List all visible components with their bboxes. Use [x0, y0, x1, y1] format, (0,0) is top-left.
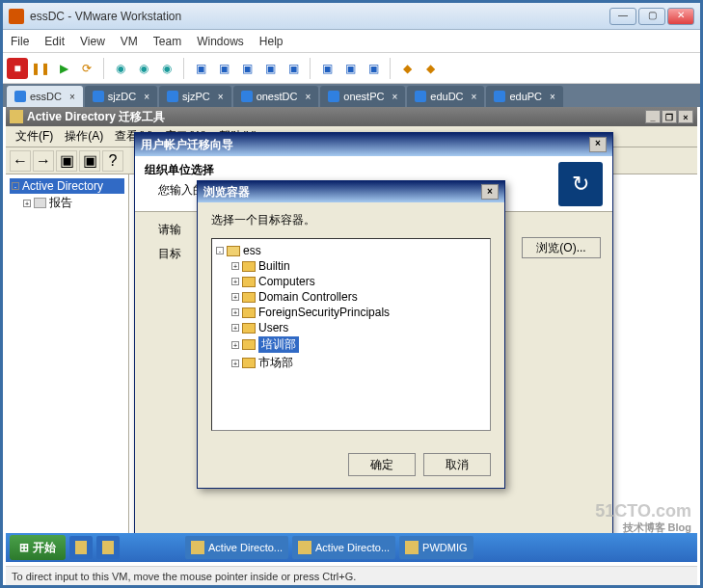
expand-icon[interactable]: + [231, 262, 239, 270]
taskbar-item-pwdmig[interactable]: PWDMIG [399, 536, 473, 559]
vmware-app-icon [9, 9, 24, 24]
tree-node-builtin[interactable]: +Builtin [216, 258, 486, 274]
expand-icon[interactable]: + [231, 324, 239, 332]
vm-tab-bar: essDC× sjzDC× sjzPC× onestDC× onestPC× e… [3, 84, 700, 107]
ad-tool-icon-2[interactable]: ▣ [79, 150, 100, 172]
tree-node-fsp[interactable]: +ForeignSecurityPrincipals [216, 305, 486, 320]
vm-tab-sjzpc[interactable]: sjzPC× [159, 86, 231, 107]
folder-icon [242, 307, 256, 318]
collapse-icon[interactable]: - [12, 182, 19, 190]
folder-icon [242, 292, 256, 303]
minimize-button[interactable]: — [609, 8, 636, 25]
quicklaunch-item[interactable] [69, 536, 93, 559]
fullscreen-icon[interactable]: ▣ [316, 58, 338, 79]
vmware-statusbar: To direct input to this VM, move the mou… [6, 566, 697, 585]
maximize-button[interactable]: ▢ [638, 8, 665, 25]
play-vm-icon[interactable]: ▶ [53, 58, 74, 79]
domain-icon [227, 246, 240, 256]
tab-close-icon[interactable]: × [144, 92, 149, 102]
tab-close-icon[interactable]: × [305, 92, 311, 102]
view-icon-2[interactable]: ▣ [213, 58, 234, 79]
ad-close-button[interactable]: × [678, 110, 693, 123]
browser-tree[interactable]: - ess +Builtin +Computers +Domain Contro… [211, 238, 491, 431]
ad-help-icon[interactable]: ? [102, 150, 123, 172]
vm-tab-essdc[interactable]: essDC× [7, 86, 83, 107]
ad-forward-icon[interactable]: → [33, 150, 54, 172]
ad-maximize-button[interactable]: ❐ [662, 110, 677, 123]
view-icon-3[interactable]: ▣ [236, 58, 257, 79]
stop-vm-icon[interactable]: ■ [7, 58, 28, 79]
start-button[interactable]: ⊞ 开始 [10, 535, 66, 560]
ad-minimize-button[interactable]: _ [645, 110, 661, 123]
view-icon-5[interactable]: ▣ [283, 58, 304, 79]
ad-tree-root[interactable]: - Active Directory [10, 178, 124, 194]
menu-file[interactable]: File [11, 35, 29, 48]
task-icon [405, 541, 419, 554]
browser-close-button[interactable]: × [481, 184, 499, 200]
vmware-menubar: File Edit View VM Team Windows Help [3, 30, 700, 53]
tree-node-dc[interactable]: +Domain Controllers [216, 289, 486, 305]
tab-close-icon[interactable]: × [218, 92, 224, 102]
tab-close-icon[interactable]: × [550, 92, 555, 102]
pause-vm-icon[interactable]: ❚❚ [30, 58, 51, 79]
tree-node-marketing[interactable]: +市场部 [216, 354, 486, 372]
quickswitch-icon[interactable]: ▣ [363, 58, 384, 79]
revert-icon[interactable]: ◉ [133, 58, 154, 79]
misc-icon-2[interactable]: ◆ [419, 58, 441, 79]
expand-icon[interactable]: + [231, 278, 239, 285]
ad-menu-file[interactable]: 文件(F) [12, 128, 57, 145]
vm-tab-edudc[interactable]: eduDC× [407, 86, 484, 107]
tree-node-label-selected: 培训部 [258, 336, 299, 353]
tree-node-users[interactable]: +Users [216, 320, 486, 335]
browser-buttons: 确定 取消 [348, 453, 491, 476]
expand-icon[interactable]: + [231, 308, 239, 316]
tab-close-icon[interactable]: × [392, 92, 397, 102]
wizard-banner-icon: ↻ [558, 162, 603, 206]
vm-tab-edupc[interactable]: eduPC× [486, 86, 562, 107]
expand-icon[interactable]: + [231, 293, 239, 301]
expand-icon[interactable]: + [23, 200, 31, 207]
vmware-title: essDC - VMware Workstation [30, 10, 604, 23]
quicklaunch-item[interactable] [96, 536, 120, 559]
tab-close-icon[interactable]: × [472, 92, 477, 102]
manage-snapshot-icon[interactable]: ◉ [156, 58, 177, 79]
vm-tab-sjzdc[interactable]: sjzDC× [85, 86, 157, 107]
taskbar-item-ad1[interactable]: Active Directo... [185, 536, 288, 559]
collapse-icon[interactable]: - [216, 247, 224, 254]
menu-edit[interactable]: Edit [44, 35, 65, 48]
expand-icon[interactable]: + [231, 341, 239, 349]
reset-vm-icon[interactable]: ⟳ [76, 58, 97, 79]
ou-icon [242, 339, 256, 350]
unity-icon[interactable]: ▣ [339, 58, 361, 79]
task-label: PWDMIG [422, 542, 467, 553]
tree-root-ess[interactable]: - ess [216, 243, 486, 258]
snapshot-icon[interactable]: ◉ [110, 58, 131, 79]
wizard-title: 用户帐户迁移向导 [141, 137, 233, 153]
tree-node-training[interactable]: +培训部 [216, 335, 486, 354]
menu-view[interactable]: View [80, 35, 105, 48]
menu-vm[interactable]: VM [121, 35, 138, 48]
vm-tab-onestpc[interactable]: onestPC× [320, 86, 405, 107]
misc-icon-1[interactable]: ◆ [396, 58, 418, 79]
ad-tool-icon-1[interactable]: ▣ [56, 150, 77, 172]
expand-icon[interactable]: + [231, 360, 239, 367]
menu-windows[interactable]: Windows [197, 35, 244, 48]
vm-tab-icon [415, 91, 426, 102]
browser-ok-button[interactable]: 确定 [348, 453, 416, 476]
view-icon-4[interactable]: ▣ [259, 58, 281, 79]
vm-tab-onestdc[interactable]: onestDC× [233, 86, 319, 107]
menu-team[interactable]: Team [153, 35, 181, 48]
taskbar-item-ad2[interactable]: Active Directo... [292, 536, 395, 559]
ad-back-icon[interactable]: ← [10, 150, 31, 172]
tree-node-computers[interactable]: +Computers [216, 274, 486, 289]
wizard-browse-button[interactable]: 浏览(O)... [522, 237, 601, 258]
wizard-close-button[interactable]: × [589, 137, 607, 152]
close-button[interactable]: ✕ [667, 8, 694, 25]
tab-close-icon[interactable]: × [69, 92, 75, 102]
start-icon: ⊞ [19, 541, 29, 554]
view-icon-1[interactable]: ▣ [190, 58, 211, 79]
menu-help[interactable]: Help [259, 35, 284, 48]
ad-menu-action[interactable]: 操作(A) [61, 128, 107, 145]
browser-cancel-button[interactable]: 取消 [423, 453, 491, 476]
ad-tree-reports[interactable]: + 报告 [10, 194, 124, 212]
